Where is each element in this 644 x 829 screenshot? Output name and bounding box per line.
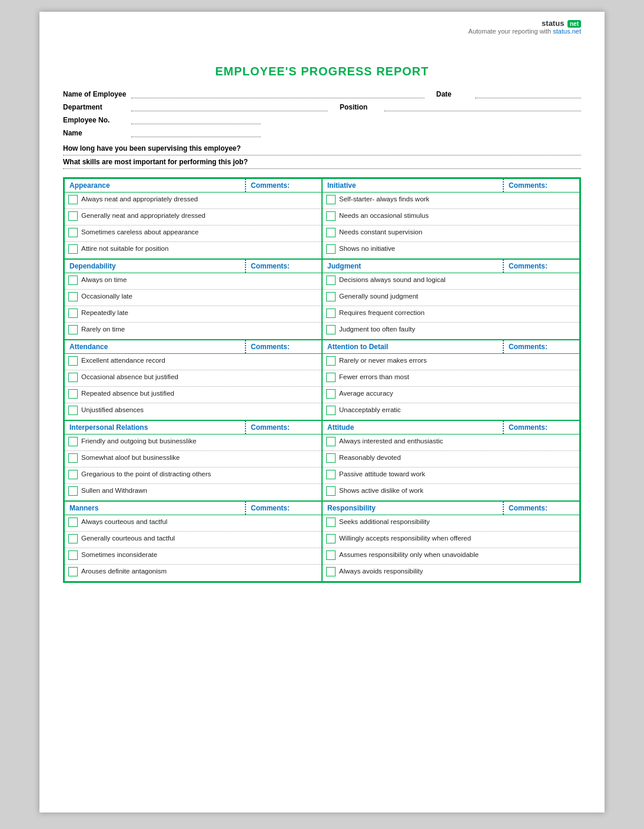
section-items-manners: Always courteous and tactfulGenerally co… <box>65 515 321 581</box>
checkbox-interpersonal_relations-1[interactable] <box>68 453 78 463</box>
section-header-attitude: AttitudeComments: <box>323 421 579 435</box>
question1-row: How long have you been supervising this … <box>63 144 581 155</box>
section-manners: MannersComments:Always courteous and tac… <box>64 501 322 582</box>
checkbox-initiative-2[interactable] <box>326 228 336 237</box>
item-text-judgment-2: Requires frequent correction <box>339 308 424 317</box>
section-title-manners: Manners <box>65 502 245 515</box>
checkbox-initiative-1[interactable] <box>326 211 336 221</box>
info-row-empno: Employee No. <box>63 115 581 124</box>
branding: status net Automate your reporting with … <box>469 19 581 35</box>
checkbox-attention_to_detail-3[interactable] <box>326 406 336 415</box>
list-item: Needs constant supervision <box>323 226 579 242</box>
checkbox-attention_to_detail-0[interactable] <box>326 356 336 366</box>
checkbox-judgment-2[interactable] <box>326 309 336 318</box>
list-item: Rarely or never makes errors <box>323 354 579 370</box>
list-item: Always interested and enthusiastic <box>323 435 579 451</box>
checkbox-interpersonal_relations-0[interactable] <box>68 437 78 446</box>
item-text-responsibility-0: Seeks additional responsibility <box>339 517 430 526</box>
status-text: status <box>542 19 564 28</box>
item-text-judgment-0: Decisions always sound and logical <box>339 275 446 284</box>
list-item: Shows no initiative <box>323 242 579 258</box>
list-item: Generally courteous and tactful <box>65 532 321 548</box>
checkbox-appearance-2[interactable] <box>68 228 78 237</box>
checkbox-attitude-0[interactable] <box>326 437 336 446</box>
question2-dotted <box>63 168 581 169</box>
checkbox-attendance-3[interactable] <box>68 406 78 415</box>
position-label: Position <box>340 103 381 111</box>
list-item: Occasional absence but justified <box>65 370 321 387</box>
checkbox-attitude-2[interactable] <box>326 470 336 479</box>
list-item: Always avoids responsibility <box>323 565 579 581</box>
checkbox-manners-2[interactable] <box>68 551 78 560</box>
section-header-attention_to_detail: Attention to DetailComments: <box>323 340 579 354</box>
status-logo: status net <box>469 19 581 28</box>
name2-dotted <box>131 128 261 137</box>
checkbox-dependability-3[interactable] <box>68 325 78 334</box>
list-item: Willingly accepts responsibility when of… <box>323 532 579 548</box>
section-title-judgment: Judgment <box>323 260 503 273</box>
checkbox-judgment-0[interactable] <box>326 276 336 285</box>
checkbox-initiative-0[interactable] <box>326 195 336 204</box>
info-row-dept-pos: Department Position <box>63 102 581 111</box>
checkbox-attitude-1[interactable] <box>326 453 336 463</box>
list-item: Friendly and outgoing but businesslike <box>65 435 321 451</box>
section-title-attention_to_detail: Attention to Detail <box>323 340 503 353</box>
list-item: Occasionally late <box>65 290 321 306</box>
checkbox-responsibility-0[interactable] <box>326 518 336 527</box>
checkbox-responsibility-3[interactable] <box>326 567 336 576</box>
checkbox-dependability-1[interactable] <box>68 292 78 301</box>
checkbox-attendance-0[interactable] <box>68 356 78 366</box>
checkbox-initiative-3[interactable] <box>326 244 336 254</box>
section-items-judgment: Decisions always sound and logicalGenera… <box>323 273 579 339</box>
section-header-dependability: DependabilityComments: <box>65 260 321 273</box>
item-text-attitude-1: Reasonably devoted <box>339 453 401 462</box>
info-row-nameonly: Name <box>63 128 581 137</box>
item-text-appearance-1: Generally neat and appropriately dressed <box>81 211 205 220</box>
checkbox-attention_to_detail-2[interactable] <box>326 389 336 399</box>
section-header-attendance: AttendanceComments: <box>65 340 321 354</box>
list-item: Always neat and appropriately dressed <box>65 193 321 209</box>
checkbox-attendance-1[interactable] <box>68 373 78 382</box>
section-title-attitude: Attitude <box>323 421 503 434</box>
section-items-responsibility: Seeks additional responsibilityWillingly… <box>323 515 579 581</box>
item-text-manners-2: Sometimes inconsiderate <box>81 550 157 559</box>
list-item: Needs an occasional stimulus <box>323 209 579 226</box>
checkbox-judgment-1[interactable] <box>326 292 336 301</box>
checkbox-attendance-2[interactable] <box>68 389 78 399</box>
checkbox-judgment-3[interactable] <box>326 325 336 334</box>
checkbox-attention_to_detail-1[interactable] <box>326 373 336 382</box>
item-text-judgment-1: Generally sound judgment <box>339 291 418 301</box>
checkbox-manners-3[interactable] <box>68 567 78 576</box>
list-item: Assumes responsibility only when unavoid… <box>323 548 579 565</box>
checkbox-appearance-0[interactable] <box>68 195 78 204</box>
checkbox-appearance-1[interactable] <box>68 211 78 221</box>
checkbox-responsibility-1[interactable] <box>326 534 336 543</box>
section-title-attendance: Attendance <box>65 340 245 353</box>
checkbox-attitude-3[interactable] <box>326 486 336 496</box>
item-text-initiative-1: Needs an occasional stimulus <box>339 211 429 220</box>
list-item: Generally sound judgment <box>323 290 579 306</box>
section-dependability: DependabilityComments:Always on timeOcca… <box>64 259 322 340</box>
checkbox-manners-1[interactable] <box>68 534 78 543</box>
checkbox-interpersonal_relations-2[interactable] <box>68 470 78 479</box>
list-item: Sullen and Withdrawn <box>65 484 321 500</box>
section-comments-label-interpersonal_relations: Comments: <box>245 421 321 434</box>
item-text-attitude-2: Passive attitude toward work <box>339 469 425 479</box>
page: status net Automate your reporting with … <box>39 12 605 813</box>
item-text-manners-1: Generally courteous and tactful <box>81 533 175 543</box>
item-text-judgment-3: Judgment too often faulty <box>339 324 415 334</box>
item-text-interpersonal_relations-3: Sullen and Withdrawn <box>81 486 147 495</box>
checkbox-manners-0[interactable] <box>68 518 78 527</box>
checkbox-interpersonal_relations-3[interactable] <box>68 486 78 496</box>
item-text-appearance-0: Always neat and appropriately dressed <box>81 194 198 204</box>
checkbox-appearance-3[interactable] <box>68 244 78 254</box>
status-link[interactable]: status.net <box>553 28 581 35</box>
checkbox-dependability-0[interactable] <box>68 276 78 285</box>
item-text-attention_to_detail-1: Fewer errors than most <box>339 372 409 382</box>
list-item: Rarely on time <box>65 323 321 339</box>
list-item: Requires frequent correction <box>323 306 579 323</box>
section-comments-label-judgment: Comments: <box>503 260 579 273</box>
checkbox-dependability-2[interactable] <box>68 309 78 318</box>
section-responsibility: ResponsibilityComments:Seeks additional … <box>322 501 580 582</box>
checkbox-responsibility-2[interactable] <box>326 551 336 560</box>
